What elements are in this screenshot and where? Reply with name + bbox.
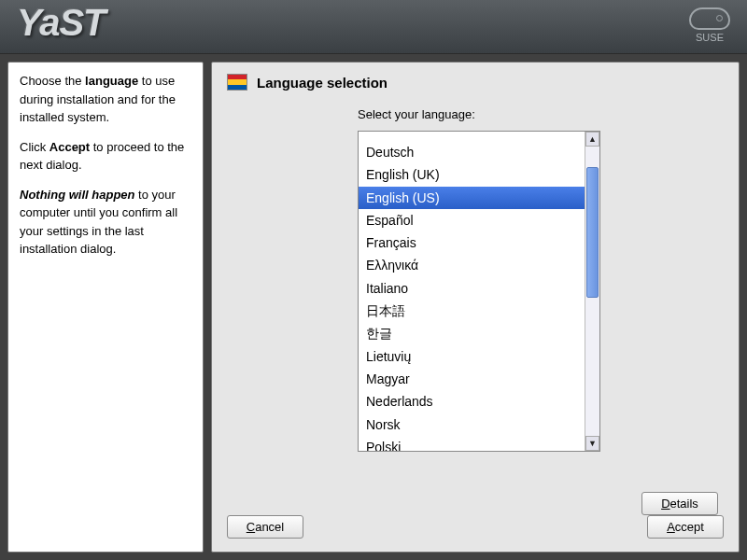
panel-title-row: Language selection — [227, 74, 724, 91]
help-paragraph: Click Accept to proceed to the next dial… — [20, 138, 191, 175]
text-bold: language — [85, 74, 138, 88]
scroll-up-button[interactable]: ▲ — [585, 132, 599, 147]
suse-logo: SUSE — [689, 7, 730, 43]
button-row: Cancel Accept — [227, 515, 724, 539]
language-list-area: Dansk DeutschEnglish (UK)English (US)Esp… — [358, 131, 600, 452]
list-item[interactable]: Magyar — [359, 368, 585, 390]
button-mnemonic: D — [661, 497, 669, 511]
list-item[interactable]: Français — [359, 231, 585, 254]
list-item[interactable]: Lietuvių — [359, 345, 585, 368]
list-item[interactable]: Italiano — [359, 277, 585, 300]
list-item-partial[interactable]: Dansk — [359, 132, 585, 141]
list-item[interactable]: Polski — [359, 436, 585, 451]
button-label: ancel — [255, 520, 284, 534]
help-panel: Choose the language to use during instal… — [7, 62, 204, 553]
text: Choose the — [20, 74, 85, 88]
button-label: etails — [670, 497, 698, 511]
button-mnemonic: A — [667, 520, 675, 534]
text-bold: Accept — [49, 140, 90, 154]
chameleon-icon — [689, 7, 730, 30]
main-panel: Language selection Select your language:… — [211, 62, 740, 553]
content: Choose the language to use during instal… — [0, 54, 747, 560]
language-list[interactable]: Dansk DeutschEnglish (UK)English (US)Esp… — [359, 132, 585, 451]
scrollbar[interactable]: ▲ ▼ — [585, 132, 599, 451]
select-language-label: Select your language: — [358, 107, 724, 121]
text: Click — [20, 140, 49, 154]
scroll-thumb[interactable] — [586, 167, 599, 298]
list-item[interactable]: 한글 — [359, 322, 585, 344]
text-bold: Nothing will happen — [20, 188, 135, 202]
accept-button[interactable]: Accept — [647, 515, 724, 539]
list-item[interactable]: Ελληνικά — [359, 254, 585, 276]
help-paragraph: Nothing will happen to your computer unt… — [20, 186, 191, 259]
language-listbox[interactable]: Dansk DeutschEnglish (UK)English (US)Esp… — [358, 131, 600, 452]
header: YaST SUSE — [0, 0, 747, 54]
page-title: Language selection — [257, 75, 388, 91]
list-item[interactable]: Deutsch — [359, 141, 585, 163]
list-item[interactable]: Norsk — [359, 413, 585, 436]
list-item[interactable]: Nederlands — [359, 390, 585, 413]
flag-icon — [227, 74, 247, 91]
help-paragraph: Choose the language to use during instal… — [20, 72, 191, 127]
list-item[interactable]: English (US) — [359, 187, 585, 209]
button-mnemonic: C — [247, 520, 255, 534]
yast-logo: YaST — [17, 2, 106, 44]
scroll-track[interactable] — [585, 147, 599, 436]
brand-text: SUSE — [689, 32, 730, 43]
button-label: ccept — [675, 520, 704, 534]
list-item[interactable]: Español — [359, 209, 585, 231]
cancel-button[interactable]: Cancel — [227, 515, 303, 539]
scroll-down-button[interactable]: ▼ — [585, 436, 599, 451]
list-item[interactable]: English (UK) — [359, 163, 585, 186]
list-item[interactable]: 日本語 — [359, 300, 585, 322]
details-button[interactable]: Details — [641, 492, 718, 515]
